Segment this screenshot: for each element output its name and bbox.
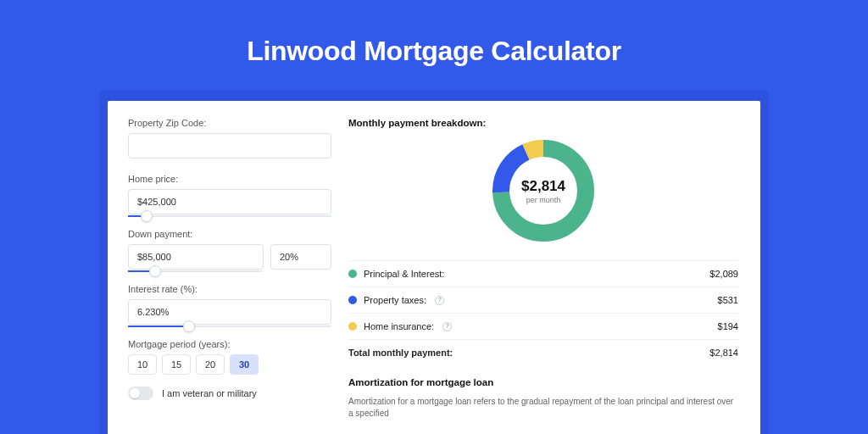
breakdown-item-value: $531 <box>718 295 738 305</box>
interest-rate-slider-fill <box>128 326 189 327</box>
info-icon[interactable] <box>435 296 444 305</box>
down-payment-pct-input[interactable] <box>270 244 331 270</box>
interest-rate-slider-thumb[interactable] <box>183 320 195 332</box>
down-payment-slider-thumb[interactable] <box>149 265 161 277</box>
page-title: Linwood Mortgage Calculator <box>247 36 621 67</box>
breakdown-item-value: $2,089 <box>709 269 738 279</box>
breakdown-heading: Monthly payment breakdown: <box>348 118 738 128</box>
breakdown-panel: Monthly payment breakdown: $2,814 per mo… <box>338 101 760 434</box>
mortgage-period-group: 10 15 20 30 <box>128 354 331 375</box>
period-option-20[interactable]: 20 <box>196 354 225 375</box>
breakdown-row-insurance: Home insurance: $194 <box>348 313 738 339</box>
info-icon[interactable] <box>442 322 452 331</box>
breakdown-row-taxes: Property taxes: $531 <box>348 287 738 313</box>
breakdown-row-principal: Principal & Interest: $2,089 <box>348 260 738 287</box>
amortization-heading: Amortization for mortgage loan <box>348 377 738 387</box>
home-price-input[interactable] <box>128 189 331 214</box>
mortgage-period-label: Mortgage period (years): <box>128 339 331 349</box>
veteran-toggle[interactable] <box>128 387 153 400</box>
amortization-text: Amortization for a mortgage loan refers … <box>348 396 738 420</box>
down-payment-input[interactable] <box>128 244 264 270</box>
period-option-10[interactable]: 10 <box>128 354 157 375</box>
dot-icon <box>348 322 357 331</box>
dot-icon <box>348 296 357 304</box>
donut-center-amount: $2,814 <box>521 178 565 195</box>
donut-chart-wrap: $2,814 per month <box>348 136 738 245</box>
home-price-slider[interactable] <box>128 215 331 217</box>
home-price-slider-thumb[interactable] <box>141 210 153 222</box>
calculator-card: Property Zip Code: Home price: Down paym… <box>108 101 760 434</box>
zip-label: Property Zip Code: <box>128 118 331 128</box>
zip-input[interactable] <box>128 133 331 159</box>
breakdown-item-label: Home insurance: <box>364 321 434 331</box>
breakdown-item-label: Principal & Interest: <box>364 269 444 279</box>
interest-rate-input[interactable] <box>128 299 331 325</box>
breakdown-total-value: $2,814 <box>709 348 738 358</box>
period-option-30[interactable]: 30 <box>230 354 259 375</box>
interest-rate-label: Interest rate (%): <box>128 284 331 294</box>
period-option-15[interactable]: 15 <box>162 354 191 375</box>
down-payment-slider[interactable] <box>128 270 262 272</box>
card-shadow: Property Zip Code: Home price: Down paym… <box>100 91 768 434</box>
down-payment-label: Down payment: <box>128 229 331 239</box>
breakdown-total-label: Total monthly payment: <box>348 348 453 358</box>
breakdown-item-value: $194 <box>718 321 738 331</box>
breakdown-row-total: Total monthly payment: $2,814 <box>348 339 738 365</box>
interest-rate-slider[interactable] <box>128 326 331 327</box>
donut-center-sub: per month <box>526 196 561 204</box>
breakdown-item-label: Property taxes: <box>364 295 426 305</box>
veteran-label: I am veteran or military <box>162 388 257 398</box>
form-panel: Property Zip Code: Home price: Down paym… <box>108 101 338 434</box>
veteran-toggle-knob <box>130 388 140 398</box>
home-price-label: Home price: <box>128 174 331 184</box>
donut-chart: $2,814 per month <box>489 136 598 245</box>
dot-icon <box>348 270 357 278</box>
